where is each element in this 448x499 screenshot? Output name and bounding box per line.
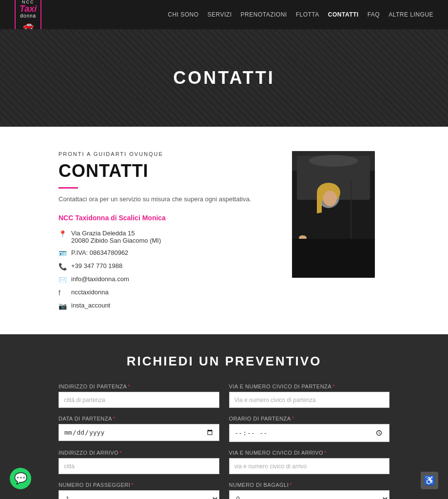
whatsapp-icon: 💬 — [14, 472, 27, 485]
instagram-text: insta_account — [71, 302, 110, 309]
svg-point-3 — [309, 155, 358, 167]
contact-photo — [292, 151, 375, 278]
form-group-indirizzo-partenza: INDIRIZZO DI PARTENZA* — [58, 384, 219, 408]
form-group-orario: orario di partenza* — [229, 416, 390, 442]
facebook-icon: f — [58, 289, 66, 297]
business-name: NCC Taxidonna di Scalici Monica — [58, 214, 273, 222]
nav-servizi[interactable]: SERVIZI — [208, 11, 232, 18]
contact-info: PRONTI A GUIDARTI OVUNQUE CONTATTI Conta… — [58, 151, 273, 310]
nav-contatti[interactable]: CONTATTI — [328, 11, 359, 18]
nav-faq[interactable]: FAQ — [368, 11, 380, 18]
input-data-partenza[interactable] — [58, 424, 219, 441]
form-row-indirizzo-partenza: INDIRIZZO DI PARTENZA* VIA E NUMERO CIVI… — [58, 384, 390, 408]
contact-divider — [58, 187, 78, 189]
input-via-partenza[interactable] — [229, 392, 390, 408]
header: NCC Taxi donna 🚗 CHI SONO SERVIZI PRENOT… — [0, 0, 448, 29]
accessibility-icon: ♿ — [424, 475, 435, 486]
form-group-via-arrivo: VIA E NUMERO CIVICO di arrivo* — [229, 450, 390, 474]
form-row-passengers: Numero di passeggeri* 1 2 3 4 5 6 7 8 Nu… — [58, 482, 390, 499]
svg-rect-9 — [292, 239, 375, 278]
svg-point-7 — [323, 191, 337, 206]
contact-info-list: 📍 Via Grazia Deledda 15 20080 Zibido San… — [58, 230, 273, 310]
label-orario-partenza: orario di partenza* — [229, 416, 390, 422]
nav-chi-sono[interactable]: CHI SONO — [168, 11, 198, 18]
location-icon: 📍 — [58, 230, 66, 238]
contact-section: PRONTI A GUIDARTI OVUNQUE CONTATTI Conta… — [0, 127, 448, 334]
form-group-bagagli: Numero di bagagli* 0 1 2 3 4 — [229, 482, 390, 499]
form-group-indirizzo-arrivo: INDIRIZZO DI ARRIVO* — [58, 450, 219, 474]
instagram-icon: 📷 — [58, 302, 66, 310]
email-icon: ✉️ — [58, 276, 66, 284]
main-nav: CHI SONO SERVIZI PRENOTAZIONI FLOTTA CON… — [168, 11, 433, 18]
hero-section: CONTATTI — [0, 29, 448, 127]
logo-car-icon: 🚗 — [23, 19, 34, 30]
form-section: RICHIEDI UN PREVENTIVO INDIRIZZO DI PART… — [0, 334, 448, 499]
form-group-via-partenza: VIA E NUMERO CIVICO di partenza* — [229, 384, 390, 408]
form-group-data: Data di partenza* — [58, 416, 219, 442]
contact-address: 📍 Via Grazia Deledda 15 20080 Zibido San… — [58, 230, 273, 244]
piva-text: P.IVA: 08634780962 — [71, 249, 128, 256]
contact-description: Contattaci ora per un servizio su misura… — [58, 194, 273, 204]
email-text: info@taxidonna.com — [71, 275, 129, 283]
contact-title: CONTATTI — [58, 161, 273, 181]
phone-icon: 📞 — [58, 263, 66, 270]
logo-taxi: Taxi — [19, 4, 37, 13]
nav-altre-lingue[interactable]: ALTRE LINGUE — [389, 11, 433, 18]
label-via-arrivo: VIA E NUMERO CIVICO di arrivo* — [229, 450, 390, 456]
label-indirizzo-arrivo: INDIRIZZO DI ARRIVO* — [58, 450, 219, 456]
select-bagagli[interactable]: 0 1 2 3 4 — [229, 490, 390, 499]
label-indirizzo-partenza: INDIRIZZO DI PARTENZA* — [58, 384, 219, 389]
contact-image-container — [292, 151, 390, 310]
select-passeggeri[interactable]: 1 2 3 4 5 6 7 8 — [58, 490, 219, 499]
form-group-passeggeri: Numero di passeggeri* 1 2 3 4 5 6 7 8 — [58, 482, 219, 499]
label-data-partenza: Data di partenza* — [58, 416, 219, 422]
label-bagagli: Numero di bagagli* — [229, 482, 390, 488]
input-indirizzo-partenza[interactable] — [58, 392, 219, 408]
input-indirizzo-arrivo[interactable] — [58, 458, 219, 474]
address-text: Via Grazia Deledda 15 20080 Zibido San G… — [71, 230, 161, 244]
hero-title: CONTATTI — [173, 68, 275, 88]
contact-pre-title: PRONTI A GUIDARTI OVUNQUE — [58, 151, 273, 157]
form-row-date: Data di partenza* orario di partenza* — [58, 416, 390, 442]
nav-flotta[interactable]: FLOTTA — [296, 11, 319, 18]
tax-icon: 🪪 — [58, 250, 66, 257]
nav-prenotazioni[interactable]: PRENOTAZIONI — [241, 11, 287, 18]
accessibility-button[interactable]: ♿ — [421, 472, 438, 489]
logo-donna: donna — [20, 13, 36, 19]
form-row-arrivo: INDIRIZZO DI ARRIVO* VIA E NUMERO CIVICO… — [58, 450, 390, 474]
facebook-text: ncctaxidonna — [71, 288, 109, 296]
phone-text: +39 347 770 1988 — [71, 262, 122, 269]
contact-piva: 🪪 P.IVA: 08634780962 — [58, 249, 273, 257]
label-passeggeri: Numero di passeggeri* — [58, 482, 219, 488]
logo[interactable]: NCC Taxi donna 🚗 — [15, 0, 41, 33]
whatsapp-button[interactable]: 💬 — [10, 468, 31, 489]
label-via-partenza: VIA E NUMERO CIVICO di partenza* — [229, 384, 390, 389]
form-title: RICHIEDI UN PREVENTIVO — [58, 354, 390, 369]
input-orario-partenza[interactable] — [229, 424, 390, 442]
svg-rect-10 — [351, 180, 351, 239]
contact-phone[interactable]: 📞 +39 347 770 1988 — [58, 262, 273, 270]
contact-instagram[interactable]: 📷 insta_account — [58, 302, 273, 310]
contact-email[interactable]: ✉️ info@taxidonna.com — [58, 275, 273, 284]
contact-facebook[interactable]: f ncctaxidonna — [58, 288, 273, 297]
input-via-arrivo[interactable] — [229, 458, 390, 474]
